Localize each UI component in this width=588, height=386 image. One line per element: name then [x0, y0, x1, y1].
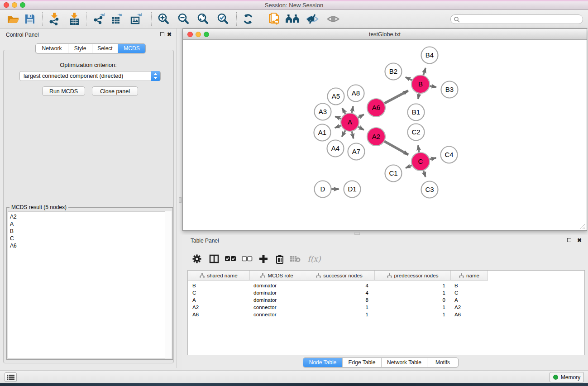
result-item-c[interactable]: C — [8, 235, 171, 242]
run-mcds-button[interactable]: Run MCDS — [42, 86, 85, 96]
cell: A6 — [188, 312, 250, 317]
toolbar-separator — [236, 12, 237, 26]
column-header-MCDS-role[interactable]: MCDS role — [250, 271, 304, 281]
plus-icon — [259, 254, 268, 263]
window-resize-grip[interactable] — [580, 224, 586, 229]
import-network-icon — [48, 13, 60, 25]
column-header-shared-name[interactable]: shared name — [188, 271, 250, 281]
vertical-splitter-handle[interactable] — [179, 197, 182, 203]
mcds-result-list[interactable]: A2ABCA6 — [8, 211, 172, 358]
result-scrollbar[interactable] — [165, 211, 172, 358]
table-row-a[interactable]: Adominator80A — [188, 296, 584, 304]
table-row-b[interactable]: Bdominator41B — [188, 282, 584, 289]
optimization-criterion-label: Optimization criterion: — [0, 62, 177, 68]
table-panel-header: Table Panel ✖ — [182, 235, 588, 247]
tab-select[interactable]: Select — [92, 44, 118, 53]
export-image-icon — [130, 13, 143, 25]
table-float-icon[interactable] — [567, 238, 571, 242]
show-columns-button[interactable] — [207, 252, 221, 266]
cell: 1 — [304, 312, 375, 317]
delete-column-button[interactable] — [272, 252, 287, 266]
delete-table-icon — [290, 255, 301, 262]
export-image-button[interactable] — [129, 12, 144, 26]
eye-icon — [326, 14, 340, 24]
column-header-predecessor-nodes[interactable]: predecessor nodes — [375, 271, 451, 281]
result-item-a2[interactable]: A2 — [8, 212, 171, 220]
cell: dominator — [250, 283, 304, 288]
cell: 1 — [375, 283, 451, 288]
create-column-button[interactable] — [256, 252, 271, 266]
table-header-row: shared nameMCDS rolesuccessor nodesprede… — [188, 271, 488, 281]
table-close-icon[interactable]: ✖ — [577, 237, 582, 243]
tab-style[interactable]: Style — [68, 44, 92, 53]
search-input[interactable] — [460, 16, 583, 23]
table-row-c[interactable]: Cdominator41C — [188, 289, 584, 296]
cell: dominator — [250, 297, 304, 303]
list-icon — [7, 374, 14, 380]
import-table-button[interactable] — [67, 12, 82, 26]
float-panel-icon[interactable] — [160, 32, 164, 36]
node-label-a2: A2 — [372, 133, 380, 140]
node-label-a4: A4 — [331, 144, 339, 152]
new-network-from-file-button[interactable] — [266, 12, 282, 26]
zoom-in-button[interactable] — [156, 12, 172, 26]
show-graphics-details-button[interactable] — [325, 12, 341, 26]
control-panel-header: Control Panel ✖ — [0, 29, 177, 40]
criterion-dropdown-value: largest connected component (directed) — [24, 73, 123, 79]
task-history-button[interactable] — [5, 372, 17, 382]
node-label-b1: B1 — [412, 108, 420, 116]
zoom-fit-button[interactable] — [196, 12, 211, 26]
tab-motifs[interactable]: Motifs — [427, 358, 458, 367]
cell: C — [188, 290, 250, 295]
column-header-successor-nodes[interactable]: successor nodes — [304, 271, 375, 281]
table-row-a6[interactable]: A6connector11A6 — [188, 311, 584, 318]
network-canvas[interactable]: B4B2BB3A8A5A6A3B1AA1C2A2A4A7C4CC1C3DD1 — [183, 40, 586, 230]
tab-edge-table[interactable]: Edge Table — [343, 358, 382, 367]
status-bar: Memory — [0, 370, 588, 383]
cell: dominator — [250, 290, 304, 295]
node-table: shared nameMCDS rolesuccessor nodesprede… — [187, 270, 585, 355]
network-graph[interactable]: B4B2BB3A8A5A6A3B1AA1C2A2A4A7C4CC1C3DD1 — [183, 40, 586, 230]
export-network-button[interactable] — [91, 12, 107, 26]
import-network-button[interactable] — [47, 12, 62, 26]
hide-graphics-details-button[interactable] — [305, 12, 320, 26]
dropdown-stepper-icon — [151, 71, 160, 81]
toolbar-separator — [261, 12, 261, 26]
close-panel-icon[interactable]: ✖ — [167, 31, 172, 38]
result-item-a[interactable]: A — [8, 220, 171, 228]
criterion-dropdown[interactable]: largest connected component (directed) — [19, 71, 161, 81]
horizontal-splitter-handle[interactable] — [354, 232, 360, 235]
save-session-button[interactable] — [22, 12, 38, 26]
attribute-icon — [459, 273, 464, 278]
zoom-selected-button[interactable] — [215, 12, 231, 26]
result-item-a6[interactable]: A6 — [8, 242, 171, 249]
cell: 4 — [304, 283, 375, 288]
memory-label: Memory — [561, 374, 580, 381]
select-all-columns-button[interactable] — [223, 252, 238, 266]
close-panel-button[interactable]: Close panel — [92, 86, 138, 96]
column-header-name[interactable]: name — [451, 271, 488, 281]
home-view-button[interactable] — [285, 12, 300, 26]
tab-node-table[interactable]: Node Table — [303, 358, 343, 367]
toolbar-separator — [86, 12, 86, 26]
table-settings-button[interactable] — [190, 252, 204, 266]
node-label-d: D — [320, 185, 325, 193]
export-table-button[interactable] — [109, 12, 124, 26]
cell: connector — [250, 305, 304, 310]
refresh-button[interactable] — [240, 12, 256, 26]
unselect-all-columns-button[interactable] — [240, 252, 254, 266]
open-session-button[interactable] — [5, 12, 21, 26]
tab-network-table[interactable]: Network Table — [382, 358, 427, 367]
cell: 0 — [375, 297, 451, 303]
result-item-b[interactable]: B — [8, 228, 171, 235]
network-window-titlebar: testGlobe.txt — [183, 29, 587, 40]
tab-mcds[interactable]: MCDS — [118, 44, 145, 53]
table-row-a2[interactable]: A2connector11A2 — [188, 304, 584, 311]
tab-network[interactable]: Network — [36, 44, 68, 53]
cell: 1 — [375, 305, 451, 310]
function-builder-button[interactable]: f(x) — [304, 252, 324, 266]
toolbar-separator — [151, 12, 152, 26]
delete-table-button[interactable] — [288, 252, 302, 266]
memory-button[interactable]: Memory — [550, 372, 584, 382]
zoom-out-button[interactable] — [176, 12, 191, 26]
